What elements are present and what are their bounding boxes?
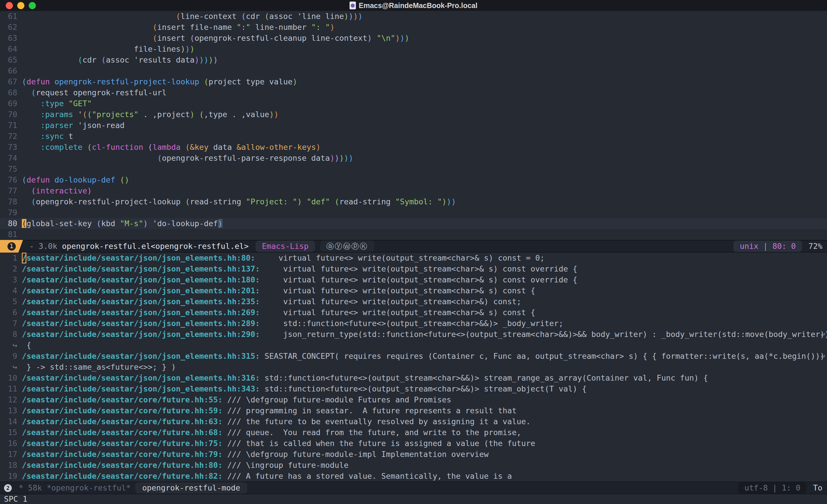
result-line-13[interactable]: 13/seastar/include/seastar/core/future.h… bbox=[0, 405, 827, 416]
modeline-active: 1 - 3.0k opengrok-restful.el<opengrok-re… bbox=[0, 240, 827, 253]
result-file-path[interactable]: /seastar/include/seastar/json/json_eleme… bbox=[22, 352, 260, 360]
minibuffer-echo-area[interactable]: SPC 1 bbox=[0, 494, 827, 504]
results-window[interactable]: 1/seastar/include/seastar/json/json_elem… bbox=[0, 253, 827, 482]
line-number: 70 bbox=[0, 109, 22, 120]
window-titlebar: Emacs@RaindeMacBook-Pro.local bbox=[0, 0, 827, 11]
result-file-path[interactable]: /seastar/include/seastar/core/future.hh:… bbox=[22, 428, 223, 437]
line-number: 66 bbox=[0, 65, 22, 77]
result-continuation-line[interactable]: ↪ { bbox=[0, 340, 827, 351]
zoom-button[interactable] bbox=[29, 2, 36, 9]
result-file-path[interactable]: /seastar/include/seastar/json/json_eleme… bbox=[22, 384, 260, 393]
code-text: (global-set-key (kbd "M-s") 'do-lookup-d… bbox=[22, 218, 223, 229]
result-file-path[interactable]: /seastar/include/seastar/json/json_eleme… bbox=[22, 330, 260, 339]
code-line-81[interactable]: 81 bbox=[0, 229, 827, 240]
code-line-72[interactable]: 72 :sync t bbox=[0, 131, 827, 142]
major-mode[interactable]: Emacs-Lisp bbox=[255, 241, 315, 252]
result-line-12[interactable]: 12/seastar/include/seastar/core/future.h… bbox=[0, 394, 827, 405]
result-line-10[interactable]: 10/seastar/include/seastar/json/json_ele… bbox=[0, 372, 827, 384]
result-line-11[interactable]: 11/seastar/include/seastar/json/json_ele… bbox=[0, 384, 827, 394]
code-line-77[interactable]: 77 (interactive) bbox=[0, 186, 827, 196]
result-file-path[interactable]: /seastar/include/seastar/json/json_eleme… bbox=[22, 253, 255, 262]
result-text: /seastar/include/seastar/core/future.hh:… bbox=[22, 394, 451, 405]
result-line-2[interactable]: 2/seastar/include/seastar/json/json_elem… bbox=[0, 263, 827, 274]
code-line-62[interactable]: 62 (insert file-name ":" line-number ": … bbox=[0, 22, 827, 33]
code-line-69[interactable]: 69 :type "GET" bbox=[0, 98, 827, 109]
wrap-indicator: ↪ bbox=[0, 362, 22, 372]
code-line-68[interactable]: 68 (request opengrok-restful-url bbox=[0, 87, 827, 98]
result-continuation-line[interactable]: ↪ } -> std::same_as<future<>>; } ) bbox=[0, 362, 827, 372]
code-text: :sync t bbox=[22, 131, 73, 142]
result-line-1[interactable]: 1/seastar/include/seastar/json/json_elem… bbox=[0, 253, 827, 263]
result-file-path[interactable]: /seastar/include/seastar/core/future.hh:… bbox=[22, 450, 223, 459]
line-number: 64 bbox=[0, 44, 22, 55]
result-text: /seastar/include/seastar/core/future.hh:… bbox=[22, 427, 521, 438]
code-text: (opengrok-restful-parse-response data)))… bbox=[22, 153, 353, 164]
result-line-8[interactable]: 8/seastar/include/seastar/json/json_elem… bbox=[0, 329, 827, 340]
result-line-16[interactable]: 16/seastar/include/seastar/core/future.h… bbox=[0, 438, 827, 449]
buffer-state-name-2[interactable]: * 58k *opengrok-restful* bbox=[12, 482, 131, 494]
result-file-path[interactable]: /seastar/include/seastar/json/json_eleme… bbox=[22, 308, 260, 317]
code-line-66[interactable]: 66 bbox=[0, 65, 827, 77]
code-line-76[interactable]: 76(defun do-lookup-def () bbox=[0, 174, 827, 186]
close-button[interactable] bbox=[6, 2, 13, 9]
buffer-name[interactable]: opengrok-restful.el<opengrok-restful.el> bbox=[62, 240, 249, 253]
result-file-path[interactable]: /seastar/include/seastar/json/json_eleme… bbox=[22, 275, 260, 284]
result-file-path[interactable]: /seastar/include/seastar/core/future.hh:… bbox=[22, 471, 223, 481]
code-line-71[interactable]: 71 :parser 'json-read bbox=[0, 120, 827, 131]
code-line-79[interactable]: 79 bbox=[0, 207, 827, 218]
result-line-7[interactable]: 7/seastar/include/seastar/json/json_elem… bbox=[0, 318, 827, 329]
inactive-cursor: / bbox=[22, 253, 27, 263]
result-file-path[interactable]: /seastar/include/seastar/json/json_eleme… bbox=[22, 297, 260, 306]
code-line-64[interactable]: 64 file-lines))) bbox=[0, 44, 827, 55]
code-line-63[interactable]: 63 (insert (opengrok-restful-cleanup lin… bbox=[0, 33, 827, 44]
result-line-6[interactable]: 6/seastar/include/seastar/json/json_elem… bbox=[0, 307, 827, 318]
result-line-9[interactable]: 9/seastar/include/seastar/json/json_elem… bbox=[0, 351, 827, 362]
code-line-78[interactable]: 78 (opengrok-restful-project-lookup (rea… bbox=[0, 196, 827, 207]
code-line-61[interactable]: 61 (line-context (cdr (assoc 'line line)… bbox=[0, 11, 827, 22]
result-line-14[interactable]: 14/seastar/include/seastar/core/future.h… bbox=[0, 416, 827, 427]
code-text: :parser 'json-read bbox=[22, 120, 125, 131]
result-file-path[interactable]: /seastar/include/seastar/core/future.hh:… bbox=[22, 439, 223, 448]
result-file-path[interactable]: /seastar/include/seastar/json/json_eleme… bbox=[22, 286, 260, 295]
eol-and-position[interactable]: unix | 80: 0 bbox=[733, 241, 802, 252]
result-file-path[interactable]: /seastar/include/seastar/core/future.hh:… bbox=[22, 417, 223, 426]
code-line-75[interactable]: 75 bbox=[0, 164, 827, 174]
result-file-path[interactable]: /seastar/include/seastar/core/future.hh:… bbox=[22, 461, 223, 469]
result-file-path[interactable]: /seastar/include/seastar/json/json_eleme… bbox=[22, 373, 260, 382]
line-number: 67 bbox=[0, 77, 22, 87]
code-line-65[interactable]: 65 (cdr (assoc 'results data))))) bbox=[0, 55, 827, 65]
line-number: 7 bbox=[0, 318, 22, 329]
line-number: 71 bbox=[0, 120, 22, 131]
minimize-button[interactable] bbox=[17, 2, 25, 9]
line-number: 3 bbox=[0, 274, 22, 285]
result-line-3[interactable]: 3/seastar/include/seastar/json/json_elem… bbox=[0, 274, 827, 285]
result-line-4[interactable]: 4/seastar/include/seastar/json/json_elem… bbox=[0, 285, 827, 296]
code-line-70[interactable]: 70 :params '(("projects" . ,project) (,t… bbox=[0, 109, 827, 120]
line-number: 19 bbox=[0, 471, 22, 482]
result-text: /seastar/include/seastar/core/future.hh:… bbox=[22, 471, 512, 482]
scroll-percent: 72% bbox=[802, 240, 827, 253]
result-line-17[interactable]: 17/seastar/include/seastar/core/future.h… bbox=[0, 449, 827, 460]
result-text: { bbox=[22, 340, 31, 351]
code-line-80[interactable]: 80(global-set-key (kbd "M-s") 'do-lookup… bbox=[0, 218, 827, 229]
result-line-18[interactable]: 18/seastar/include/seastar/core/future.h… bbox=[0, 460, 827, 471]
result-file-path[interactable]: /seastar/include/seastar/core/future.hh:… bbox=[22, 406, 223, 415]
result-file-path[interactable]: /seastar/include/seastar/core/future.hh:… bbox=[22, 395, 223, 404]
code-line-67[interactable]: 67(defun opengrok-restful-project-lookup… bbox=[0, 77, 827, 87]
result-line-19[interactable]: 19/seastar/include/seastar/core/future.h… bbox=[0, 471, 827, 482]
code-line-74[interactable]: 74 (opengrok-restful-parse-response data… bbox=[0, 153, 827, 164]
line-number: 5 bbox=[0, 296, 22, 307]
modeline-inactive: 2 * 58k *opengrok-restful* opengrok-rest… bbox=[0, 482, 827, 494]
line-number: 9 bbox=[0, 351, 22, 362]
minor-mode-icons[interactable]: ⓐⓨⓌⓟⓀ bbox=[320, 241, 375, 252]
result-line-5[interactable]: 5/seastar/include/seastar/json/json_elem… bbox=[0, 296, 827, 307]
code-window[interactable]: 61 (line-context (cdr (assoc 'line line)… bbox=[0, 11, 827, 240]
result-line-15[interactable]: 15/seastar/include/seastar/core/future.h… bbox=[0, 427, 827, 438]
result-file-path[interactable]: /seastar/include/seastar/json/json_eleme… bbox=[22, 319, 260, 328]
line-number: 8 bbox=[0, 329, 22, 340]
code-line-73[interactable]: 73 :complete (cl-function (lambda (&key … bbox=[0, 142, 827, 153]
result-file-path[interactable]: /seastar/include/seastar/json/json_eleme… bbox=[22, 264, 260, 273]
line-number: 72 bbox=[0, 131, 22, 142]
encoding-and-position[interactable]: utf-8 | 1: 0 bbox=[738, 482, 807, 494]
major-mode-2[interactable]: opengrok-restful-mode bbox=[135, 482, 247, 494]
